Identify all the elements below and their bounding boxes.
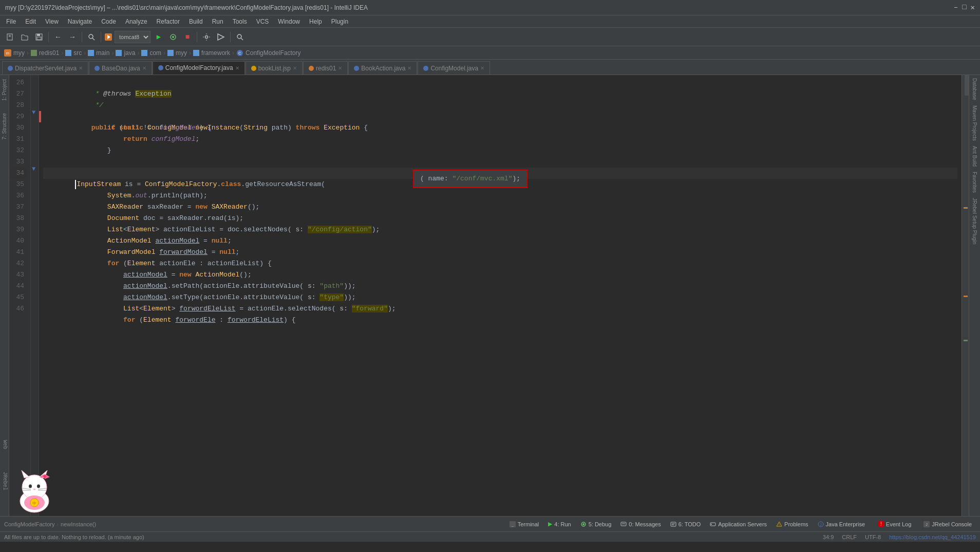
tab-close-configmodel[interactable]: ✕ <box>480 65 484 71</box>
menu-navigate[interactable]: Navigate <box>64 17 96 26</box>
jrebel-console-button[interactable]: J JRebel Console <box>919 520 976 528</box>
save-button[interactable] <box>33 31 45 43</box>
menu-build[interactable]: Build <box>185 17 207 26</box>
jrebel-setup-panel[interactable]: JRebel Setup Plugin <box>971 196 978 247</box>
tab-bookaction[interactable]: BookAction.java ✕ <box>348 61 417 75</box>
tab-booklist[interactable]: bookList.jsp ✕ <box>246 61 303 75</box>
code-line-27: */ <box>43 88 957 100</box>
close-icon[interactable]: ✕ <box>971 3 975 12</box>
tab-close-configmodelfactory[interactable]: ✕ <box>235 65 239 71</box>
tab-configmodel[interactable]: ConfigModel.java ✕ <box>418 61 490 75</box>
menu-view[interactable]: View <box>41 17 63 26</box>
scrollbar-thumb[interactable] <box>965 75 969 96</box>
app-servers-button[interactable]: Application Servers <box>706 520 771 528</box>
line-numbers: 26 27 28 29 30 31 32 33 34 35 36 37 38 3… <box>9 75 31 516</box>
maven-panel[interactable]: Maven Projects <box>971 103 978 143</box>
find-button[interactable] <box>85 31 98 43</box>
messages-button[interactable]: 0: Messages <box>616 520 665 528</box>
tab-dispatcherservlet[interactable]: DispatcherServlet.java ✕ <box>2 61 88 75</box>
tab-close-bookaction[interactable]: ✕ <box>407 65 411 71</box>
tab-close-dispatcherservlet[interactable]: ✕ <box>79 65 83 71</box>
breadcrumb-framework[interactable]: framework <box>201 49 230 57</box>
line-separator[interactable]: CRLF <box>842 534 857 540</box>
structure-tab[interactable]: 7: Structure <box>1 111 8 142</box>
svg-rect-5 <box>37 37 41 40</box>
svg-marker-29 <box>22 470 29 478</box>
menu-code[interactable]: Code <box>97 17 120 26</box>
tab-label-redis01: redis01 <box>316 65 336 72</box>
svg-point-33 <box>43 475 46 478</box>
favorites-panel[interactable]: Favorites <box>971 170 978 195</box>
todo-button[interactable]: 6: TODO <box>666 520 705 528</box>
stop-button[interactable]: ■ <box>181 31 194 43</box>
run-config-selector[interactable]: tomcat8 <box>115 31 150 43</box>
cursor-position[interactable]: 34:9 <box>823 534 834 540</box>
breadcrumb-main[interactable]: main <box>96 49 109 57</box>
problems-button[interactable]: ! Problems <box>772 520 812 528</box>
breadcrumb-src[interactable]: src <box>73 49 82 57</box>
breadcrumb-com[interactable]: com <box>149 49 161 57</box>
toolbar-sep-2 <box>82 32 82 42</box>
tab-label-configmodel: ConfigModel.java <box>430 65 478 72</box>
debug-button-bottom[interactable]: 5: Debug <box>576 520 616 528</box>
new-file-button[interactable] <box>4 31 16 43</box>
debug-button[interactable] <box>167 31 179 43</box>
svg-point-12 <box>205 35 208 38</box>
scroll-indicators[interactable] <box>962 75 969 516</box>
web-tab[interactable]: Web <box>2 440 8 449</box>
breadcrumb-myy[interactable]: myy <box>13 49 25 57</box>
event-log-button[interactable]: ! Event Log <box>874 520 915 528</box>
tab-close-basedao[interactable]: ✕ <box>142 65 146 71</box>
menu-window[interactable]: Window <box>274 17 304 26</box>
toolbar-sep-4 <box>197 32 197 42</box>
window-controls[interactable]: – □ ✕ <box>954 3 975 12</box>
project-tab[interactable]: 1: Project <box>1 77 8 103</box>
terminal-button[interactable]: _ Terminal <box>505 520 543 528</box>
encoding[interactable]: UTF-8 <box>865 534 881 540</box>
menu-tools[interactable]: Tools <box>229 17 251 26</box>
forward-button[interactable]: → <box>66 31 79 43</box>
minimize-icon[interactable]: – <box>954 3 958 12</box>
database-panel[interactable]: Database <box>971 76 978 102</box>
menu-run[interactable]: Run <box>208 17 228 26</box>
blog-link[interactable]: https://blog.csdn.net/qq_44241519 <box>889 534 976 540</box>
breadcrumb-myy2[interactable]: myy <box>176 49 187 57</box>
line-num-46: 46 <box>9 303 27 315</box>
code-content[interactable]: * @throws Exception */ public static Con… <box>39 75 962 516</box>
svg-point-54 <box>711 524 712 525</box>
menu-edit[interactable]: Edit <box>21 17 40 26</box>
breadcrumb-redis01[interactable]: redis01 <box>39 49 59 57</box>
svg-marker-13 <box>218 34 224 40</box>
menu-file[interactable]: File <box>2 17 20 26</box>
bookmark-29[interactable]: ▼ <box>32 109 38 115</box>
jrebel-tab[interactable]: JRebel <box>2 472 8 490</box>
menu-refactor[interactable]: Refactor <box>153 17 184 26</box>
bookmark-34[interactable]: ▼ <box>32 165 38 172</box>
svg-rect-20 <box>88 50 94 56</box>
menu-plugin[interactable]: Plugin <box>327 17 352 26</box>
menu-vcs[interactable]: VCS <box>252 17 273 26</box>
settings-button[interactable] <box>200 31 213 43</box>
search-everywhere-button[interactable] <box>234 31 246 43</box>
tab-redis01[interactable]: redis01 ✕ <box>303 61 348 75</box>
back-button[interactable]: ← <box>52 31 64 43</box>
run-button-bottom[interactable]: ▶ 4: Run <box>544 520 575 528</box>
tab-basedao[interactable]: BaseDao.java ✕ <box>89 61 152 75</box>
menu-analyze[interactable]: Analyze <box>121 17 152 26</box>
svg-text:J: J <box>926 523 928 526</box>
tab-close-redis01[interactable]: ✕ <box>338 65 342 71</box>
tab-configmodelfactory[interactable]: ConfigModelFactory.java ✕ <box>153 61 245 75</box>
code-editor[interactable]: 26 27 28 29 30 31 32 33 34 35 36 37 38 3… <box>9 75 969 516</box>
breadcrumb-configmodelfactory[interactable]: ConfigModelFactory <box>246 49 300 57</box>
open-file-button[interactable] <box>18 31 31 43</box>
tab-label-basedao: BaseDao.java <box>102 65 140 72</box>
find-action-button[interactable] <box>215 31 227 43</box>
maximize-icon[interactable]: □ <box>962 3 966 12</box>
tab-close-booklist[interactable]: ✕ <box>293 65 297 71</box>
menu-help[interactable]: Help <box>305 17 326 26</box>
java-enterprise-button[interactable]: J Java Enterprise <box>814 520 869 528</box>
ant-panel[interactable]: Ant Build <box>971 144 978 169</box>
breadcrumb-java[interactable]: java <box>124 49 135 57</box>
run-button[interactable]: ▶ <box>153 31 165 43</box>
hello-kitty-decoration: 中 <box>11 468 58 514</box>
